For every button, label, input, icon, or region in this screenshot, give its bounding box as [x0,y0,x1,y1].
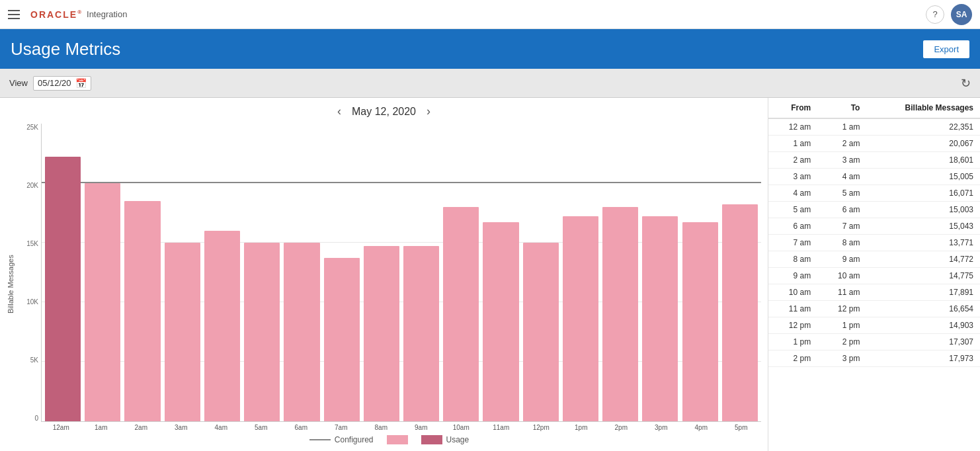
cell-to: 3 pm [817,350,866,367]
chart-wrapper: Billable Messages 0 5K 10K 15K 20K 25K [7,124,761,444]
cell-messages: 17,891 [866,284,980,301]
y-tick-20k: 20K [17,182,38,189]
table-row: 1 pm2 pm17,307 [768,334,980,350]
help-button[interactable]: ? [926,5,944,24]
export-button[interactable]: Export [923,40,969,58]
prev-date-button[interactable]: ‹ [327,104,352,118]
next-date-button[interactable]: › [416,104,441,118]
bar-3pm [642,216,678,422]
col-to: To [817,98,866,118]
table-row: 7 am8 am13,771 [768,235,980,251]
col-from: From [768,98,817,118]
cell-messages: 14,772 [866,251,980,268]
x-tick-12pm: 12pm [521,422,561,431]
table-row: 1 am2 am20,067 [768,136,980,152]
x-tick-2pm: 2pm [601,422,641,431]
cell-from: 1 am [768,136,817,152]
bars-group [43,124,760,421]
cell-messages: 14,775 [866,268,980,284]
x-tick-10am: 10am [441,422,481,431]
x-tick-1pm: 1pm [561,422,602,431]
cell-messages: 22,351 [866,118,980,136]
legend-light-box [387,435,408,444]
table-row: 2 pm3 pm17,973 [768,350,980,367]
cell-from: 10 am [768,284,817,301]
bar-item-5am [242,124,282,421]
cell-to: 9 am [817,251,866,268]
cell-to: 3 am [817,152,866,169]
bar-12am [45,157,81,422]
chart-nav: ‹ May 12, 2020 › [7,104,761,118]
metrics-table: From To Billable Messages 12 am1 am22,35… [768,98,980,367]
legend-dark-box [421,435,442,444]
bar-chart-container [41,124,761,422]
bar-2am [124,201,160,421]
x-tick-4pm: 4pm [681,422,721,431]
cell-to: 2 am [817,136,866,152]
cell-to: 1 pm [817,317,866,334]
cell-from: 12 pm [768,317,817,334]
y-tick-0: 0 [17,415,38,422]
x-tick-2am: 2am [121,422,161,431]
date-value: 05/12/20 [38,78,71,88]
x-tick-6am: 6am [281,422,321,431]
chart-legend: Configured Usage [17,435,761,444]
cell-from: 9 am [768,268,817,284]
cell-to: 2 pm [817,334,866,350]
bar-item-4pm [680,124,720,421]
user-avatar[interactable]: SA [951,4,972,25]
x-tick-3am: 3am [161,422,202,431]
date-input[interactable]: 05/12/20 📅 [33,76,91,91]
table-row: 8 am9 am14,772 [768,251,980,268]
bar-4pm [682,222,718,422]
bar-10am [443,207,479,421]
cell-messages: 17,973 [866,350,980,367]
x-tick-5am: 5am [241,422,282,431]
cell-to: 5 am [817,185,866,202]
bar-item-1am [83,124,122,421]
bar-1pm [563,216,598,422]
bar-1am [85,183,120,421]
cell-from: 5 am [768,202,817,218]
bar-5am [244,243,280,421]
y-axis-ticks: 0 5K 10K 15K 20K 25K [17,124,41,422]
bar-item-9am [401,124,441,421]
top-nav: ORACLE® Integration ? SA [0,0,980,29]
table-row: 10 am11 am17,891 [768,284,980,301]
y-axis-label: Billable Messages [7,124,15,444]
bar-item-12pm [521,124,561,421]
cell-from: 6 am [768,218,817,235]
cell-from: 1 pm [768,334,817,350]
x-tick-8am: 8am [361,422,401,431]
cell-messages: 14,903 [866,317,980,334]
y-tick-15k: 15K [17,240,38,247]
cell-messages: 20,067 [866,136,980,152]
chart-area: ‹ May 12, 2020 › Billable Messages 0 5K … [0,98,768,451]
view-label: View [9,78,28,88]
page-title: Usage Metrics [11,39,923,60]
cell-from: 2 am [768,152,817,169]
legend-configured: Configured [309,435,374,444]
cell-messages: 15,003 [866,202,980,218]
cell-messages: 18,601 [866,152,980,169]
table-row: 3 am4 am15,005 [768,169,980,185]
oracle-logo: ORACLE® Integration [30,9,127,20]
refresh-button[interactable]: ↻ [961,76,971,91]
integration-text: Integration [87,9,127,19]
cell-to: 7 am [817,218,866,235]
cell-to: 1 am [817,118,866,136]
cell-from: 8 am [768,251,817,268]
bar-item-6am [282,124,321,421]
table-row: 9 am10 am14,775 [768,268,980,284]
bar-item-12am [43,124,83,421]
legend-configured-label: Configured [335,435,374,444]
table-row: 12 am1 am22,351 [768,118,980,136]
calendar-icon[interactable]: 📅 [75,78,87,89]
bar-item-11am [481,124,520,421]
bar-2pm [602,207,638,421]
x-tick-3pm: 3pm [641,422,682,431]
bar-7am [324,258,360,422]
hamburger-menu[interactable] [8,10,20,19]
bar-item-2am [122,124,162,421]
x-tick-12am: 12am [41,422,81,431]
